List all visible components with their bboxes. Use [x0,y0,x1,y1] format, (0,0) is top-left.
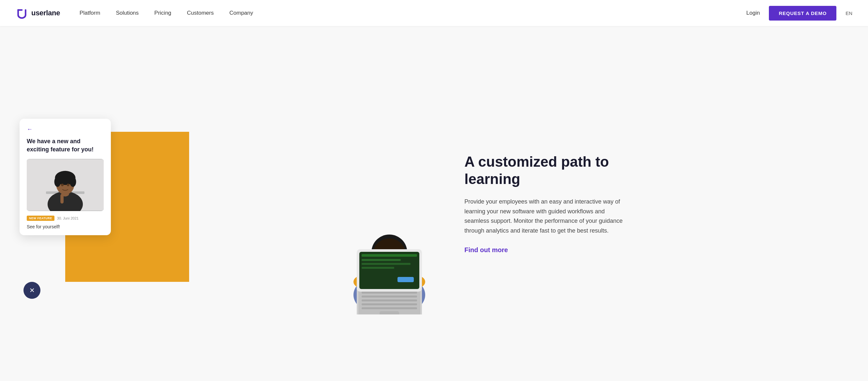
new-feature-badge: NEW FEATURE [27,215,55,221]
svg-rect-30 [359,252,419,289]
logo-text: userlane [31,9,60,17]
hero-heading: A customized path to learning [464,153,627,188]
svg-rect-31 [362,254,417,257]
nav-right: Login REQUEST A DEMO EN [746,6,852,21]
nav-solutions[interactable]: Solutions [116,10,138,16]
svg-rect-11 [60,194,64,204]
nav-company[interactable]: Company [229,10,253,16]
person-laptop-svg [334,190,445,315]
card-image [27,159,104,211]
svg-rect-34 [362,267,394,269]
close-icon: ✕ [29,286,35,294]
nav-pricing[interactable]: Pricing [154,10,171,16]
request-demo-button[interactable]: REQUEST A DEMO [769,6,836,21]
card-badge-row: NEW FEATURE 30. Juni 2021 [27,215,104,221]
nav-links: Platform Solutions Pricing Customers Com… [80,10,746,16]
svg-rect-35 [398,277,414,282]
svg-rect-32 [362,259,401,261]
svg-point-9 [67,184,69,186]
hero-description: Provide your employees with an easy and … [464,197,627,236]
navbar: userlane Platform Solutions Pricing Cust… [0,0,868,26]
hero-section: ← We have a new and exciting feature for… [0,26,868,381]
find-out-more-link[interactable]: Find out more [464,246,508,254]
card-back-arrow[interactable]: ← [27,126,104,133]
language-selector[interactable]: EN [845,10,852,16]
close-button[interactable]: ✕ [24,282,40,299]
svg-rect-25 [362,299,417,301]
hero-visual: ← We have a new and exciting feature for… [0,93,451,315]
svg-rect-33 [362,263,410,265]
nav-platform[interactable]: Platform [80,10,100,16]
person-laptop-visual [334,190,445,315]
logo-link[interactable]: userlane [16,7,60,19]
svg-rect-27 [362,307,417,309]
card-photo-svg [27,159,104,211]
ui-mockup-card: ← We have a new and exciting feature for… [20,119,111,235]
login-link[interactable]: Login [746,10,760,16]
svg-rect-28 [379,311,399,315]
svg-rect-23 [362,292,417,294]
nav-customers[interactable]: Customers [187,10,214,16]
svg-point-7 [70,177,76,187]
userlane-logo-icon [16,7,28,19]
svg-point-6 [55,177,61,187]
svg-rect-24 [362,296,417,297]
card-body-text: See for yourself! [27,224,104,229]
svg-rect-26 [362,303,417,305]
card-date: 30. Juni 2021 [57,216,79,220]
svg-point-8 [61,184,64,186]
card-title: We have a new and exciting feature for y… [27,137,104,154]
hero-text-area: A customized path to learning Provide yo… [451,134,653,273]
